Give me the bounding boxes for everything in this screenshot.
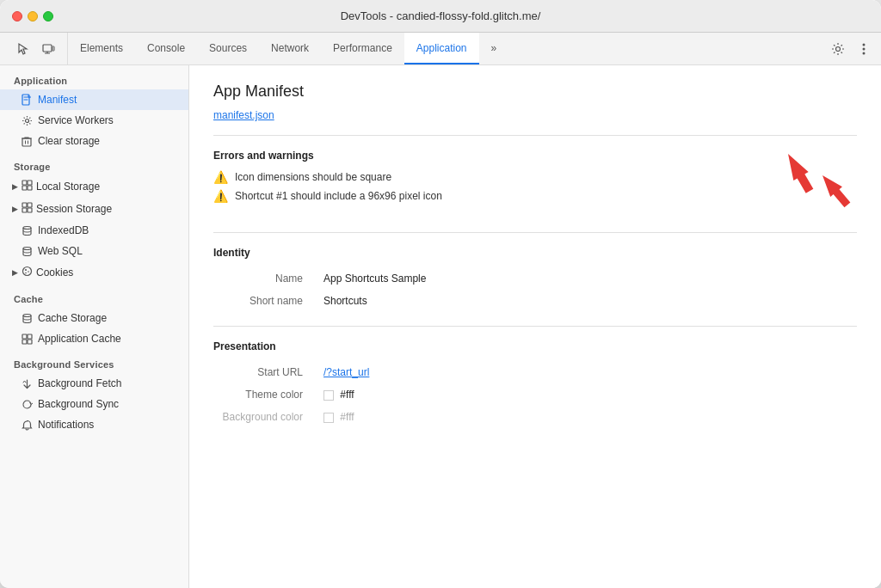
- sidebar-item-label-background-fetch: Background Fetch: [38, 377, 121, 389]
- svg-point-25: [28, 271, 29, 273]
- sidebar: Application Manifest: [0, 65, 189, 588]
- svg-rect-30: [22, 340, 27, 344]
- fetch-icon: [21, 377, 33, 389]
- sidebar-item-service-workers[interactable]: Service Workers: [0, 110, 188, 131]
- tabbar: Elements Console Sources Network Perform…: [0, 33, 881, 65]
- arrow-icon: ▶: [12, 205, 18, 213]
- cookie-icon: [22, 266, 33, 279]
- sidebar-section-application: Application: [0, 65, 188, 89]
- tab-console[interactable]: Console: [135, 33, 197, 64]
- sidebar-item-cookies[interactable]: ▶ Cookies: [0, 261, 188, 284]
- svg-rect-1: [52, 46, 54, 51]
- sidebar-item-application-cache[interactable]: Application Cache: [0, 328, 188, 349]
- sidebar-item-label-local-storage: Local Storage: [36, 181, 100, 193]
- sidebar-item-label-session-storage: Session Storage: [36, 203, 112, 215]
- warning-text-2: Shortcut #1 should include a 96x96 pixel…: [235, 190, 442, 202]
- presentation-row-bgcolor: Background color #fff: [213, 406, 857, 428]
- db-icon-2: [21, 245, 33, 257]
- sidebar-item-local-storage[interactable]: ▶ Local Storage: [0, 175, 188, 198]
- annotation-arrows: [736, 150, 857, 218]
- identity-table: Name App Shortcuts Sample Short name Sho…: [213, 267, 857, 312]
- svg-point-24: [25, 269, 27, 271]
- svg-rect-20: [28, 208, 32, 212]
- sidebar-section-storage: Storage: [0, 151, 188, 175]
- sidebar-item-label-background-sync: Background Sync: [38, 398, 119, 410]
- devtools-icons: [3, 33, 68, 64]
- sidebar-item-label-cookies: Cookies: [36, 266, 73, 279]
- identity-row-shortname: Short name Shortcuts: [213, 290, 857, 312]
- bell-icon: [21, 419, 33, 431]
- red-arrows-svg: [736, 150, 857, 227]
- warning-icon-2: ⚠️: [213, 189, 228, 203]
- tab-more[interactable]: »: [479, 33, 509, 64]
- content-area: App Manifest manifest.json Errors and wa…: [189, 65, 881, 588]
- sidebar-item-session-storage[interactable]: ▶ Session Storage: [0, 198, 188, 220]
- cursor-icon[interactable]: [12, 39, 33, 59]
- main-area: Application Manifest: [0, 65, 881, 588]
- warning-1: ⚠️ Icon dimensions should be square: [213, 170, 736, 184]
- traffic-lights: [0, 11, 53, 21]
- tab-network[interactable]: Network: [259, 33, 321, 64]
- presentation-label-themecolor: Theme color: [213, 383, 317, 406]
- presentation-value-starturl: /?start_url: [317, 361, 857, 383]
- sidebar-item-indexeddb[interactable]: IndexedDB: [0, 220, 188, 241]
- svg-rect-17: [22, 203, 27, 207]
- svg-point-6: [863, 47, 866, 50]
- sidebar-item-clear-storage[interactable]: Clear storage: [0, 131, 188, 151]
- sidebar-item-manifest[interactable]: Manifest: [0, 89, 188, 110]
- trash-icon: [21, 135, 33, 147]
- presentation-table: Start URL /?start_url Theme color #fff: [213, 361, 857, 428]
- warning-text-1: Icon dimensions should be square: [235, 171, 391, 183]
- settings-button[interactable]: [828, 39, 848, 59]
- bg-color-value: #fff: [340, 411, 354, 423]
- start-url-link[interactable]: /?start_url: [323, 366, 369, 378]
- titlebar: DevTools - candied-flossy-fold.glitch.me…: [0, 0, 881, 33]
- svg-rect-13: [22, 181, 27, 185]
- gear-icon: [21, 114, 33, 126]
- errors-heading: Errors and warnings: [213, 150, 736, 162]
- tab-application[interactable]: Application: [404, 33, 479, 64]
- sidebar-item-label-web-sql: Web SQL: [38, 245, 83, 257]
- svg-point-26: [25, 273, 27, 274]
- tabs-container: Elements Console Sources Network Perform…: [68, 33, 821, 64]
- presentation-value-themecolor: #fff: [317, 383, 857, 406]
- arrow-icon: ▶: [12, 268, 18, 277]
- arrow-icon: ▶: [12, 182, 18, 191]
- sidebar-item-web-sql[interactable]: Web SQL: [0, 241, 188, 261]
- tab-elements[interactable]: Elements: [68, 33, 135, 64]
- sidebar-item-label-indexeddb: IndexedDB: [38, 224, 89, 236]
- warning-2: ⚠️ Shortcut #1 should include a 96x96 pi…: [213, 189, 736, 203]
- sidebar-item-label-clear-storage: Clear storage: [38, 135, 100, 147]
- sidebar-item-label-cache-storage: Cache Storage: [38, 312, 107, 324]
- tab-sources[interactable]: Sources: [197, 33, 259, 64]
- svg-rect-14: [28, 181, 32, 185]
- doc-icon: [21, 94, 33, 106]
- sidebar-section-background: Background Services: [0, 349, 188, 373]
- identity-label-shortname: Short name: [213, 290, 317, 312]
- identity-heading: Identity: [213, 247, 857, 259]
- sidebar-item-label-manifest: Manifest: [38, 94, 77, 106]
- sidebar-item-background-fetch[interactable]: Background Fetch: [0, 373, 188, 394]
- svg-rect-18: [28, 203, 32, 207]
- sidebar-item-notifications[interactable]: Notifications: [0, 414, 188, 435]
- grid-icon: [22, 180, 33, 193]
- device-icon[interactable]: [38, 39, 59, 59]
- sidebar-item-background-sync[interactable]: Background Sync: [0, 394, 188, 414]
- sidebar-item-label-notifications: Notifications: [38, 419, 94, 431]
- svg-point-4: [836, 46, 841, 51]
- sidebar-section-cache: Cache: [0, 284, 188, 308]
- manifest-link[interactable]: manifest.json: [213, 109, 857, 121]
- sidebar-item-cache-storage[interactable]: Cache Storage: [0, 308, 188, 328]
- close-button[interactable]: [12, 11, 22, 21]
- minimize-button[interactable]: [28, 11, 38, 21]
- menu-button[interactable]: [853, 39, 874, 59]
- identity-label-name: Name: [213, 267, 317, 290]
- theme-color-value: #fff: [340, 389, 354, 401]
- identity-row-name: Name App Shortcuts Sample: [213, 267, 857, 290]
- maximize-button[interactable]: [43, 11, 53, 21]
- svg-rect-28: [22, 334, 27, 339]
- tab-performance[interactable]: Performance: [321, 33, 404, 64]
- theme-color-swatch: [323, 390, 334, 401]
- db-icon-3: [21, 312, 33, 324]
- svg-point-7: [863, 52, 866, 54]
